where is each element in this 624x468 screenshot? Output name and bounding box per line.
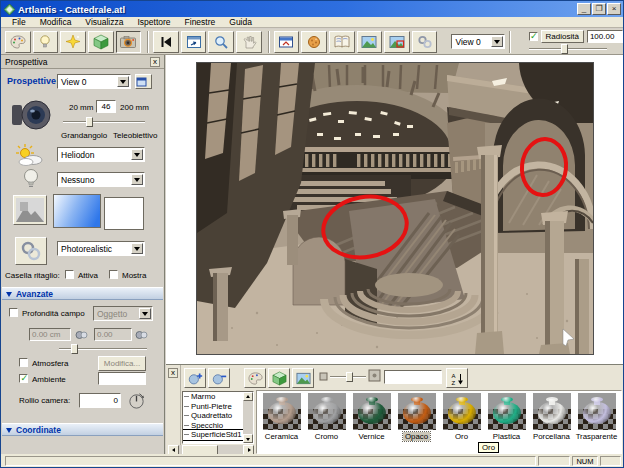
camera-roll-field[interactable]: 0 (79, 393, 121, 408)
toolbar-view-combo[interactable]: View 0 (451, 34, 504, 49)
render-image[interactable] (197, 63, 593, 354)
radiosity-checkbox[interactable] (529, 32, 538, 41)
chevron-down-icon[interactable] (117, 76, 129, 87)
material-label[interactable]: Plastica (491, 432, 522, 441)
material-thumbnail[interactable] (578, 393, 616, 430)
material-thumbnail[interactable] (443, 393, 481, 430)
title-bar[interactable]: Artlantis - Cattedrale.atl _ ❐ × (1, 1, 623, 17)
maximize-button[interactable]: ❐ (592, 3, 606, 15)
menu-bar[interactable]: FileModificaVisualizzaIspettoreFinestreG… (1, 17, 623, 28)
roll-dial-icon[interactable] (127, 391, 146, 410)
dof-checkbox[interactable] (9, 308, 18, 317)
advanced-section-header[interactable]: Avanzate (2, 287, 163, 300)
menu-file[interactable]: File (5, 17, 33, 27)
heliodon-combo[interactable]: Heliodon (57, 147, 145, 162)
material-thumbnail[interactable] (263, 393, 301, 430)
radiosity-slider[interactable] (529, 43, 607, 54)
material-search-field[interactable] (384, 370, 442, 384)
material-label[interactable]: Vernice (356, 432, 386, 441)
thumb-size-slider[interactable] (330, 371, 366, 382)
chevron-down-icon[interactable] (131, 149, 143, 160)
browser-close-icon[interactable]: x (168, 368, 178, 378)
focal-slider[interactable] (63, 116, 145, 127)
material-label[interactable]: Oro (453, 432, 470, 441)
radiosity-button[interactable]: Radiosità (541, 30, 584, 43)
close-button[interactable]: × (607, 3, 621, 15)
go-start-button[interactable] (153, 31, 179, 53)
material-thumbnail[interactable] (398, 393, 436, 430)
perspective-mode-button[interactable] (116, 31, 142, 53)
render-button[interactable] (301, 31, 327, 53)
material-ceramica[interactable]: Ceramica (259, 393, 304, 453)
browser-objects-button[interactable] (268, 368, 290, 388)
image-button[interactable] (357, 31, 383, 53)
browser-materials-button[interactable] (244, 368, 266, 388)
coordinates-section-header[interactable]: Coordinate (2, 423, 163, 436)
objects-mode-button[interactable] (88, 31, 114, 53)
panel-header[interactable]: Prospettiva x (1, 55, 164, 69)
fit-view-button[interactable] (181, 31, 207, 53)
catalog-button[interactable] (329, 31, 355, 53)
dof-far-field[interactable]: 0.00 (94, 328, 132, 341)
minimize-button[interactable]: _ (577, 3, 591, 15)
preview-window-button[interactable] (274, 31, 300, 53)
material-trasparente[interactable]: Trasparente (574, 393, 619, 453)
panel-close-icon[interactable]: x (150, 57, 160, 67)
picker-icon[interactable] (75, 330, 88, 340)
material-opaco[interactable]: Opaco (394, 393, 439, 453)
effects-mode-button[interactable] (60, 31, 86, 53)
material-thumbnail[interactable] (488, 393, 526, 430)
material-label[interactable]: Cromo (313, 432, 340, 441)
material-vernice[interactable]: Vernice (349, 393, 394, 453)
browser-images-button[interactable] (292, 368, 314, 388)
picker-icon[interactable] (135, 330, 148, 340)
image-edit-button[interactable] (384, 31, 410, 53)
background-gradient-preview[interactable] (53, 194, 101, 228)
tree-item[interactable]: Punti-Pietre (183, 402, 243, 412)
dof-mode-combo[interactable]: Oggetto (93, 306, 153, 321)
menu-finestre[interactable]: Finestre (178, 17, 223, 27)
material-thumbnail[interactable] (308, 393, 346, 430)
menu-ispettore[interactable]: Ispettore (130, 17, 177, 27)
chevron-down-icon[interactable] (491, 36, 503, 47)
focal-value-field[interactable]: 46 (96, 100, 116, 113)
chevron-down-icon[interactable] (139, 308, 151, 319)
material-label[interactable]: Porcellana (531, 432, 572, 441)
material-label[interactable]: Ceramica (263, 432, 300, 441)
tree-vertical-scrollbar[interactable] (243, 392, 253, 443)
modify-button[interactable]: Modifica... (98, 356, 146, 371)
tree-item[interactable]: Quadrettato (183, 411, 243, 421)
background-button[interactable] (13, 195, 47, 225)
dof-near-field[interactable]: 0.00 cm (29, 328, 71, 341)
render-engine-combo[interactable]: Photorealistic (57, 241, 145, 256)
material-label[interactable]: Trasparente (574, 432, 620, 441)
radiosity-value-field[interactable]: 100.00 (587, 30, 623, 43)
material-porcellana[interactable]: Porcellana (529, 393, 574, 453)
clip-show-checkbox[interactable] (109, 270, 118, 279)
atmosphere-checkbox[interactable] (19, 358, 28, 367)
foreground-preview[interactable] (104, 197, 144, 230)
view-combo[interactable]: View 0 (57, 74, 131, 89)
tree-item[interactable]: Marmo (183, 392, 243, 402)
chevron-down-icon[interactable] (131, 243, 143, 254)
material-thumbnail[interactable] (533, 393, 571, 430)
lights-mode-button[interactable] (33, 31, 59, 53)
scroll-down-icon[interactable] (243, 434, 253, 443)
pan-tool-button[interactable] (236, 31, 262, 53)
clip-active-checkbox[interactable] (65, 270, 74, 279)
menu-guida[interactable]: Guida (222, 17, 259, 27)
chevron-down-icon[interactable] (131, 174, 143, 185)
add-material-button[interactable] (184, 368, 206, 388)
scroll-up-icon[interactable] (243, 392, 253, 401)
menu-visualizza[interactable]: Visualizza (78, 17, 130, 27)
material-label[interactable]: Opaco (403, 432, 430, 441)
material-cromo[interactable]: Cromo (304, 393, 349, 453)
ambient-field[interactable] (98, 372, 146, 385)
tree-item[interactable]: SuperficieStd1 (183, 430, 243, 440)
link-button[interactable] (412, 31, 438, 53)
render-engine-button[interactable] (15, 237, 47, 265)
materials-mode-button[interactable] (5, 31, 31, 53)
tree-item[interactable]: Specchio (183, 421, 243, 431)
ambient-checkbox[interactable] (19, 374, 28, 383)
sort-az-button[interactable]: AZ (446, 368, 468, 388)
